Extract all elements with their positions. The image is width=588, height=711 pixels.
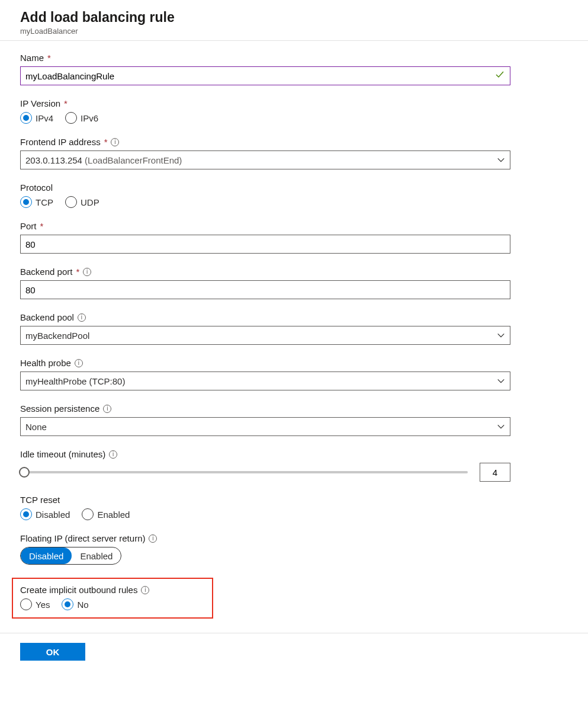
floating-ip-label: Floating IP (direct server return)	[20, 533, 145, 543]
field-implicit-outbound: Create implicit outbound rules i Yes No	[20, 585, 205, 610]
radio-tcpreset-enabled[interactable]: Enabled	[82, 508, 130, 520]
required-marker: *	[104, 137, 108, 147]
info-icon[interactable]: i	[111, 138, 119, 146]
radio-label-enabled: Enabled	[97, 510, 130, 520]
radio-icon	[20, 112, 32, 124]
field-floating-ip: Floating IP (direct server return) i Dis…	[20, 533, 568, 565]
page-subtitle: myLoadBalancer	[20, 27, 588, 36]
radio-icon	[65, 112, 77, 124]
toggle-disabled[interactable]: Disabled	[21, 547, 72, 564]
radio-label-yes: Yes	[36, 600, 50, 610]
health-probe-label: Health probe	[20, 358, 71, 368]
chevron-down-icon	[497, 377, 505, 385]
info-icon[interactable]: i	[75, 359, 83, 367]
field-name: Name *	[20, 53, 568, 85]
info-icon[interactable]: i	[83, 268, 91, 276]
backend-pool-value: myBackendPool	[25, 331, 89, 341]
field-protocol: Protocol TCP UDP	[20, 182, 568, 208]
session-persistence-label: Session persistence	[20, 403, 99, 414]
chevron-down-icon	[497, 422, 505, 431]
field-ip-version: IP Version * IPv4 IPv6	[20, 98, 568, 124]
frontend-ip-select[interactable]: 203.0.113.254 (LoadBalancerFrontEnd)	[20, 150, 510, 169]
session-persistence-value: None	[25, 422, 47, 432]
field-idle-timeout: Idle timeout (minutes) i	[20, 449, 568, 482]
backend-port-input[interactable]	[20, 280, 510, 299]
radio-icon	[20, 508, 32, 520]
check-icon	[495, 70, 505, 82]
field-session-persistence: Session persistence i None	[20, 403, 568, 436]
name-label: Name	[20, 53, 44, 63]
info-icon[interactable]: i	[141, 586, 149, 594]
page-header: Add load balancing rule myLoadBalancer	[0, 0, 588, 41]
health-probe-value: myHealthProbe (TCP:80)	[25, 376, 125, 386]
backend-pool-select[interactable]: myBackendPool	[20, 326, 510, 345]
radio-label-disabled: Disabled	[36, 510, 70, 520]
radio-ipv6[interactable]: IPv6	[65, 112, 98, 124]
info-icon[interactable]: i	[109, 450, 117, 459]
radio-label-no: No	[77, 600, 88, 610]
radio-icon	[82, 508, 94, 520]
radio-icon	[62, 598, 73, 610]
info-icon[interactable]: i	[103, 405, 111, 413]
backend-pool-label: Backend pool	[20, 312, 74, 322]
radio-icon	[65, 196, 77, 208]
chevron-down-icon	[497, 331, 505, 340]
port-label: Port	[20, 221, 37, 231]
required-marker: *	[40, 221, 44, 231]
name-input[interactable]	[20, 66, 510, 85]
radio-outbound-no[interactable]: No	[62, 598, 88, 610]
radio-outbound-yes[interactable]: Yes	[20, 598, 50, 610]
page-title: Add load balancing rule	[20, 9, 588, 25]
frontend-ip-name: (LoadBalancerFrontEnd)	[82, 155, 182, 165]
idle-timeout-value-input[interactable]	[480, 463, 510, 482]
slider-thumb[interactable]	[19, 467, 30, 478]
highlight-outbound-rules: Create implicit outbound rules i Yes No	[12, 578, 213, 619]
session-persistence-select[interactable]: None	[20, 417, 510, 436]
field-tcp-reset: TCP reset Disabled Enabled	[20, 495, 568, 520]
info-icon[interactable]: i	[78, 313, 86, 322]
toggle-enabled[interactable]: Enabled	[72, 547, 121, 564]
form-body: Name * IP Version * IPv4 IPv6	[0, 41, 588, 633]
field-frontend-ip: Frontend IP address * i 203.0.113.254 (L…	[20, 137, 568, 169]
radio-label-ipv6: IPv6	[81, 113, 98, 123]
tcp-reset-label: TCP reset	[20, 495, 60, 505]
required-marker: *	[64, 98, 68, 108]
field-health-probe: Health probe i myHealthProbe (TCP:80)	[20, 358, 568, 390]
radio-icon	[20, 598, 32, 610]
field-port: Port *	[20, 221, 568, 254]
radio-tcp[interactable]: TCP	[20, 196, 53, 208]
radio-icon	[20, 196, 32, 208]
footer: OK	[0, 633, 588, 670]
radio-tcpreset-disabled[interactable]: Disabled	[20, 508, 70, 520]
ok-button[interactable]: OK	[20, 643, 85, 661]
backend-port-label: Backend port	[20, 267, 72, 277]
idle-timeout-slider[interactable]	[20, 471, 468, 473]
floating-ip-toggle: Disabled Enabled	[20, 547, 121, 565]
idle-timeout-label: Idle timeout (minutes)	[20, 449, 105, 459]
radio-label-tcp: TCP	[36, 197, 53, 207]
protocol-label: Protocol	[20, 182, 53, 193]
radio-label-udp: UDP	[81, 197, 99, 207]
radio-label-ipv4: IPv4	[36, 113, 53, 123]
required-marker: *	[76, 267, 79, 277]
chevron-down-icon	[497, 156, 505, 164]
radio-ipv4[interactable]: IPv4	[20, 112, 53, 124]
radio-udp[interactable]: UDP	[65, 196, 99, 208]
frontend-ip-value: 203.0.113.254	[25, 155, 82, 165]
health-probe-select[interactable]: myHealthProbe (TCP:80)	[20, 371, 510, 390]
info-icon[interactable]: i	[149, 534, 157, 543]
frontend-ip-label: Frontend IP address	[20, 137, 101, 147]
field-backend-port: Backend port * i	[20, 267, 568, 299]
ip-version-label: IP Version	[20, 98, 60, 108]
implicit-outbound-label: Create implicit outbound rules	[20, 585, 137, 595]
field-backend-pool: Backend pool i myBackendPool	[20, 312, 568, 345]
port-input[interactable]	[20, 235, 510, 254]
required-marker: *	[47, 53, 51, 63]
